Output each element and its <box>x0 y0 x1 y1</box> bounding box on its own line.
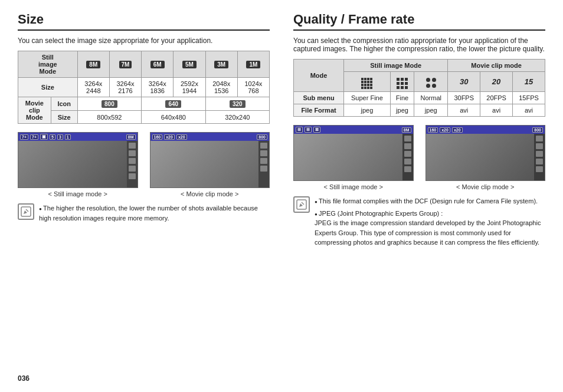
right-still-block: ⊞ ⊞ ⊠ 8M < Still image mode > <box>293 125 414 190</box>
size-1m: 1024x768 <box>237 78 269 97</box>
rtb-3: ⊠ <box>313 127 320 133</box>
still-mode-col-header: Still image Mode <box>344 60 448 72</box>
pencil-icon <box>21 206 31 217</box>
right-title: Quality / Frame rate <box>293 12 545 31</box>
toolbar-item-1: 7+ <box>20 134 28 140</box>
movie-mode-label: MovieclipMode <box>18 97 51 124</box>
format-avi-2: avi <box>480 104 513 117</box>
movie-size-640: 640x480 <box>142 111 205 124</box>
badge-320: 320 <box>230 100 246 108</box>
still-mode-header: StillimageMode <box>18 51 78 78</box>
mode-col-header: Mode <box>294 60 344 92</box>
movie-icon-label: Icon <box>51 97 77 111</box>
still-image-block: 7+ 7+ ▣ 5 3 1 8M <box>18 132 138 197</box>
right-still-toolbar: ⊞ ⊞ ⊠ 8M <box>294 126 413 134</box>
movie-sb-2 <box>260 150 267 156</box>
rsb-5 <box>404 166 411 172</box>
still-5m-header: 5M <box>174 51 205 78</box>
movie-sidebar <box>258 141 269 187</box>
icon-col-2 <box>390 72 414 92</box>
right-note-box: This file format complies with the DCF (… <box>293 196 545 248</box>
submenu-fine: Fine <box>390 92 414 104</box>
movie-toolbar: 160 x20 x20 800 <box>150 133 270 141</box>
size-5m: 2592x1944 <box>174 78 205 97</box>
rmtb-2: x20 <box>440 127 450 133</box>
movie-size-320: 320x240 <box>205 111 269 124</box>
movie-tb-2: x20 <box>164 134 175 140</box>
fps-15-icon: 15 <box>513 72 545 92</box>
right-note-1: This file format complies with the DCF (… <box>315 196 545 206</box>
movie-image-placeholder: 160 x20 x20 800 <box>150 132 270 188</box>
submenu-30fps: 30FPS <box>448 92 480 104</box>
still-image-caption: < Still image mode > <box>18 190 138 197</box>
toolbar-item-5: 3 <box>57 134 63 140</box>
fps-30-icon: 30 <box>448 72 480 92</box>
sidebar-item-3 <box>129 158 136 164</box>
rsb-3 <box>404 151 411 157</box>
rmsb-3 <box>536 151 543 157</box>
badge-640: 640 <box>165 100 181 108</box>
rsb-2 <box>404 143 411 149</box>
left-bullet: The higher the resolution, the lower the… <box>39 205 258 222</box>
right-movie-sidebar <box>534 134 545 180</box>
size-3m: 2048x1536 <box>205 78 237 97</box>
badge-8m: 8M <box>86 61 100 68</box>
fps20-text: 20 <box>492 77 500 86</box>
still-size-label: Size <box>18 78 78 97</box>
right-movie-caption: < Movie clip mode > <box>425 183 546 190</box>
size-table: StillimageMode 8M 7M 6M 5M 3M <box>18 51 270 124</box>
movie-sb-4 <box>260 166 267 172</box>
rtb-4: 8M <box>402 127 411 133</box>
badge-1m: 1M <box>246 61 260 68</box>
still-icon-header: 8M <box>77 51 109 78</box>
movie-800-icon: 800 <box>77 97 141 111</box>
movie-image-block: 160 x20 x20 800 < Movie clip mode > <box>150 132 270 197</box>
rmsb-5 <box>536 166 543 172</box>
movie-640-icon: 640 <box>142 97 205 111</box>
submenu-superfine: Super Fine <box>344 92 391 104</box>
sparse-grid-icon <box>426 78 436 88</box>
still-sidebar <box>127 141 138 187</box>
rtb-1: ⊞ <box>296 127 303 133</box>
right-movie-toolbar: 160 x20 x20 800 <box>426 126 545 134</box>
movie-size-800: 800x592 <box>77 111 141 124</box>
left-note-box: The higher the resolution, the lower the… <box>18 203 270 223</box>
submenu-normal: Normal <box>414 92 448 104</box>
rmtb-3: x20 <box>452 127 463 133</box>
right-still-caption: < Still image mode > <box>293 183 414 190</box>
movie-size-label: Size <box>51 111 77 124</box>
file-format-label: File Format <box>294 104 344 117</box>
fps-20-icon: 20 <box>480 72 513 92</box>
toolbar-item-4: 5 <box>50 134 55 140</box>
page-number: 036 <box>18 374 30 383</box>
toolbar-item-7: 8M <box>126 134 136 140</box>
movie-tb-1: 160 <box>152 134 163 140</box>
still-7m-header: 7M <box>109 51 141 78</box>
format-avi-3: avi <box>513 104 545 117</box>
svg-line-3 <box>302 202 304 205</box>
right-note-text: This file format complies with the DCF (… <box>315 196 545 248</box>
format-jpeg-3: jpeg <box>414 104 448 117</box>
dense-grid-icon <box>361 78 372 89</box>
still-image-placeholder: 7+ 7+ ▣ 5 3 1 8M <box>18 132 138 188</box>
badge-7m: 7M <box>119 61 132 68</box>
left-images-row: 7+ 7+ ▣ 5 3 1 8M <box>18 132 270 197</box>
right-movie-block: 160 x20 x20 800 < Movie clip mode > <box>425 125 546 190</box>
sub-menu-label: Sub menu <box>294 92 344 104</box>
icon-col-1 <box>344 72 391 92</box>
badge-6m: 6M <box>150 61 165 68</box>
size-6m: 3264x1836 <box>142 78 174 97</box>
svg-line-1 <box>26 209 28 212</box>
format-avi-1: avi <box>448 104 480 117</box>
pencil-note-icon <box>296 199 307 210</box>
submenu-20fps: 20FPS <box>480 92 513 104</box>
icon-col-3 <box>414 72 448 92</box>
badge-3m: 3M <box>214 61 228 68</box>
movie-mode-col-header: Movie clip mode <box>448 60 545 72</box>
size-7m: 3264x2176 <box>109 78 141 97</box>
toolbar-item-2: 7+ <box>30 134 38 140</box>
fps30-text: 30 <box>460 77 468 86</box>
left-intro: You can select the image size appropriat… <box>18 37 270 45</box>
still-1m-header: 1M <box>237 51 269 78</box>
right-still-sidebar <box>402 134 413 180</box>
